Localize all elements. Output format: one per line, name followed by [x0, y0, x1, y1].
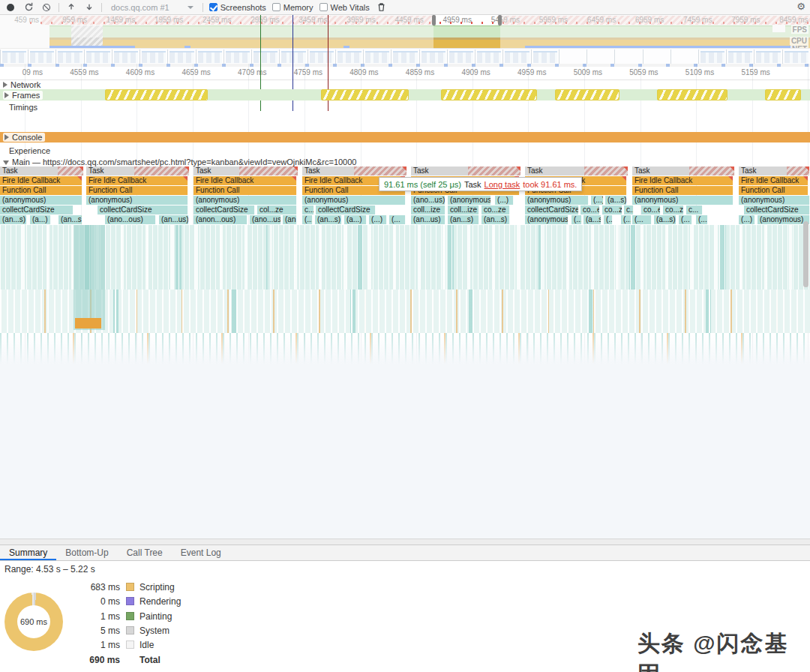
- long-task-link[interactable]: Long task: [484, 180, 520, 189]
- anonymous-fn-bar[interactable]: (anonymous): [194, 196, 297, 205]
- reload-icon[interactable]: [22, 2, 34, 13]
- screenshot-thumbnail[interactable]: [502, 50, 530, 64]
- screenshot-thumbnail[interactable]: [28, 50, 56, 64]
- anonymous-fn-bar[interactable]: (anonymous): [448, 196, 491, 205]
- anonymous-fn-bar[interactable]: (...): [495, 196, 514, 205]
- fire-idle-callback-bar[interactable]: Fire Idle Callback: [86, 176, 188, 185]
- anonymous-fn-bar[interactable]: (a...): [30, 215, 51, 224]
- collect-card-size-bar[interactable]: co...e: [580, 206, 600, 214]
- collect-card-size-bar[interactable]: col...ze: [257, 206, 297, 214]
- frame-block[interactable]: [105, 89, 208, 100]
- task-bar[interactable]: Task: [302, 166, 407, 176]
- collect-card-size-bar[interactable]: coll...ize: [411, 206, 446, 214]
- tab-call-tree[interactable]: Call Tree: [118, 545, 172, 560]
- task-bar[interactable]: Task: [411, 166, 521, 176]
- screenshot-thumbnail[interactable]: [782, 50, 810, 64]
- anonymous-fn-bar[interactable]: (a...): [344, 215, 367, 224]
- collect-card-size-bar[interactable]: collectCardSize: [525, 206, 579, 214]
- screenshot-thumbnail[interactable]: [84, 50, 112, 64]
- collect-card-size-bar[interactable]: co...e: [641, 206, 661, 214]
- collect-card-size-bar[interactable]: co...ze: [663, 206, 684, 214]
- function-call-bar[interactable]: Function Call: [632, 186, 734, 195]
- anonymous-fn-bar[interactable]: (anonymous): [739, 196, 810, 205]
- anonymous-fn-bar[interactable]: (an...s): [448, 215, 479, 224]
- fire-idle-callback-bar[interactable]: Fire Idle Callback: [632, 176, 734, 185]
- screenshot-thumbnail[interactable]: [447, 50, 475, 64]
- selection-handle-left[interactable]: [432, 15, 436, 26]
- anonymous-fn-bar[interactable]: (...): [591, 196, 604, 205]
- function-call-bar[interactable]: Function Call: [739, 186, 808, 195]
- screenshot-filmstrip[interactable]: [0, 48, 810, 64]
- anonymous-fn-bar[interactable]: (anonymous): [302, 196, 406, 205]
- function-call-bar[interactable]: Function Call: [194, 186, 297, 195]
- anonymous-fn-bar[interactable]: (an...us): [159, 215, 189, 224]
- anonymous-fn-bar[interactable]: (ano...ous): [105, 215, 156, 224]
- anonymous-fn-bar[interactable]: (...: [679, 215, 692, 224]
- section-network[interactable]: Network: [3, 80, 40, 89]
- detail-ruler[interactable]: 09 ms4559 ms4609 ms4659 ms4709 ms4759 ms…: [0, 64, 810, 80]
- screenshot-thumbnail[interactable]: [56, 50, 83, 64]
- anonymous-fn-bar[interactable]: (...): [739, 215, 755, 224]
- collect-card-size-bar[interactable]: c...: [686, 206, 703, 214]
- save-profile-icon[interactable]: [83, 2, 95, 13]
- screenshot-thumbnail[interactable]: [167, 50, 195, 64]
- anonymous-fn-bar[interactable]: (ano...us): [250, 215, 281, 224]
- task-bar[interactable]: Task: [525, 166, 628, 176]
- anonymous-fn-bar[interactable]: (anonymous): [758, 215, 810, 224]
- collect-card-size-bar[interactable]: collectCardSize: [744, 206, 810, 214]
- anonymous-fn-bar[interactable]: (...: [572, 215, 582, 224]
- selection-handle-right[interactable]: [498, 15, 502, 26]
- anonymous-fn-bar[interactable]: (anonymous): [525, 215, 568, 224]
- fire-idle-callback-bar[interactable]: Fire Idle Callback: [0, 176, 82, 185]
- screenshot-thumbnail[interactable]: [0, 50, 28, 64]
- web-vitals-checkbox[interactable]: Web Vitals: [320, 3, 370, 12]
- task-bar[interactable]: Task: [0, 166, 84, 176]
- settings-gear-icon[interactable]: ⚙: [796, 1, 806, 12]
- screenshot-thumbnail[interactable]: [363, 50, 391, 64]
- screenshot-thumbnail[interactable]: [726, 50, 754, 64]
- anonymous-fn-bar[interactable]: (...: [696, 215, 708, 224]
- record-button[interactable]: [4, 2, 16, 13]
- anonymous-fn-bar[interactable]: (an...s): [315, 215, 342, 224]
- anonymous-fn-bar[interactable]: (...: [621, 215, 632, 224]
- screenshot-thumbnail[interactable]: [586, 50, 614, 64]
- fire-idle-callback-bar[interactable]: Fire Idle Callback: [194, 176, 297, 185]
- vertical-scrollbar[interactable]: [803, 221, 808, 287]
- collect-card-size-bar[interactable]: c...: [624, 206, 634, 214]
- anonymous-fn-bar[interactable]: (a...s): [605, 196, 627, 205]
- load-profile-icon[interactable]: [65, 2, 77, 13]
- task-bar[interactable]: Task: [632, 166, 735, 176]
- screenshot-thumbnail[interactable]: [559, 50, 586, 64]
- task-bar[interactable]: Task: [739, 166, 810, 176]
- collect-card-size-bar[interactable]: collectCardSize: [194, 206, 255, 214]
- anonymous-fn-bar[interactable]: (ano...us): [411, 196, 446, 205]
- frame-block[interactable]: [657, 89, 728, 100]
- screenshot-thumbnail[interactable]: [308, 50, 335, 64]
- collect-card-size-bar[interactable]: collectCardSize: [0, 206, 74, 214]
- collect-card-size-bar[interactable]: collectCardSize: [316, 206, 376, 214]
- function-call-bar[interactable]: Function Call: [0, 186, 82, 195]
- screenshot-thumbnail[interactable]: [112, 50, 140, 64]
- screenshot-thumbnail[interactable]: [670, 50, 698, 64]
- screenshot-thumbnail[interactable]: [224, 50, 251, 64]
- task-bar[interactable]: Task: [86, 166, 190, 176]
- frames-track[interactable]: [0, 89, 810, 100]
- anonymous-fn-bar[interactable]: (anonymous): [632, 196, 734, 205]
- anonymous-fn-bar[interactable]: (...: [389, 215, 406, 224]
- screenshot-thumbnail[interactable]: [614, 50, 642, 64]
- flame-orange-block[interactable]: [75, 318, 101, 328]
- tab-bottom-up[interactable]: Bottom-Up: [56, 545, 117, 560]
- anonymous-fn-bar[interactable]: (...: [604, 215, 613, 224]
- tab-event-log[interactable]: Event Log: [172, 545, 230, 560]
- anonymous-fn-bar[interactable]: (an...s): [0, 215, 27, 224]
- trash-icon[interactable]: [376, 2, 388, 13]
- anonymous-fn-bar[interactable]: (...: [302, 215, 313, 224]
- screenshot-thumbnail[interactable]: [279, 50, 307, 64]
- task-bar[interactable]: Task: [194, 166, 298, 176]
- section-frames[interactable]: Frames: [3, 91, 43, 100]
- timeline-overview[interactable]: 459 ms959 ms1459 ms1959 ms2459 ms2959 ms…: [0, 15, 810, 64]
- screenshots-checkbox[interactable]: Screenshots: [209, 3, 266, 12]
- collect-card-size-bar[interactable]: c...e: [302, 206, 314, 214]
- screenshot-thumbnail[interactable]: [196, 50, 224, 64]
- anonymous-fn-bar[interactable]: (...): [369, 215, 387, 224]
